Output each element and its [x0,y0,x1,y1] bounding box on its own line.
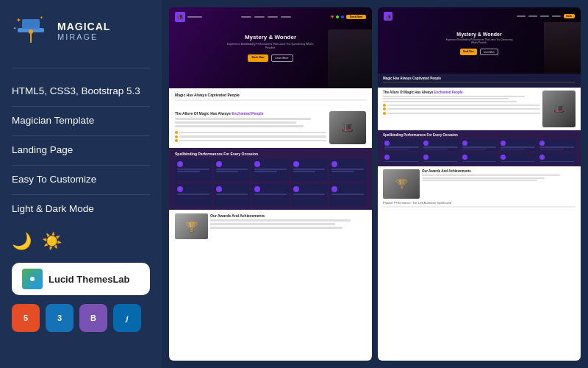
mock-card-4 [291,159,328,181]
lucid-badge[interactable]: Lucid ThemesLab [12,263,150,295]
logo-section: ✦ ✦ ✦ MAGICAL MIRAGE [12,12,150,50]
mock-card-line-5a [331,169,364,170]
bootstrap-badge: B [79,304,107,332]
mock-card-line-4a [293,169,326,170]
mock-spell-dark-card-8 [461,153,498,163]
mock-spell-cards-row2 [175,184,366,206]
mock-book-btn-2[interactable]: Book Now [460,49,477,55]
mock-allure-dark: The Allure Of Magic Has Always Enchanted… [378,88,581,130]
mock-spell-dark-card-6 [383,153,420,163]
mock-card-icon-9 [293,186,299,192]
mock-allure-image: 🎩 [329,111,366,144]
mock-card-7 [214,184,251,206]
mock-hero-2: 🎩 Book Mystery & Wonder Experience Breat… [378,7,581,74]
feature-list: HTML5, CSS3, Bootstrap 5.3 Magician Temp… [12,77,150,223]
mode-icons: 🌙 ☀️ [12,223,150,263]
feature-item-mode: Light & Dark Mode [12,195,150,224]
mock-card-icon-4 [293,161,299,167]
mock-section-title-spell-1: Spellbinding Performances For Every Occa… [175,152,366,156]
mock-learn-btn-1[interactable]: Learn More [271,54,293,62]
mock-allure-dark-image: 🎩 [542,91,576,127]
light-mode-icon[interactable]: ☀️ [42,232,62,251]
mock-section-allure-1: The Allure Of Magic Has Always Enchanted… [169,107,372,148]
mock-award-img-1: 🏆 [175,213,208,239]
mock-allure-grid: The Allure Of Magic Has Always Enchanted… [175,111,366,144]
dark-mode-icon[interactable]: 🌙 [12,232,32,251]
mock-title-cap-dark: Magic Has Always Captivated People [383,77,576,80]
mock-awards-section-1: 🏆 Our Awards And Achievements [169,210,372,361]
mock-awards-grid: 🏆 Our Awards And Achievements [175,213,366,239]
mock-card-line-9 [293,194,326,195]
feature-item-customize: Easy To Customize [12,166,150,195]
mock-card-line-4b [293,171,316,172]
feature-item-template: Magician Template [12,107,150,136]
mock-book-btn-1[interactable]: Book Now [248,54,268,62]
left-panel: ✦ ✦ ✦ MAGICAL MIRAGE HTML5, CSS3, Bootst… [0,0,162,368]
mock-hero-btns-1: Book Now Learn More [226,54,315,62]
mock-card-5 [329,159,366,181]
mock-section-spellbinding-1: Spellbinding Performances For Every Occa… [169,148,372,210]
mock-card-line-6 [177,194,209,195]
logo-text: MAGICAL MIRAGE [57,21,110,41]
mock-card-line-1a [177,169,209,170]
svg-rect-1 [22,19,40,29]
preview-col-1: 🎩 "> Book Now Mystery & [169,7,372,361]
mock-hero-title-2: Mystery & Wonder [442,32,516,37]
feature-item-html: HTML5, CSS3, Bootstrap 5.3 [12,77,150,107]
mock-bullet-2 [175,135,326,138]
mock-popular-label: Popular Performance: The Left Audience S… [383,201,576,205]
logo-name: MAGICAL [57,21,110,32]
svg-text:✦: ✦ [13,26,16,30]
mock-allure-dark-grid: The Allure Of Magic Has Always Enchanted… [383,91,576,127]
right-panel: 🎩 "> Book Now Mystery & [162,0,588,368]
bootstrap-label: B [90,314,96,322]
mock-card-line-2b [216,171,239,172]
mock-spell-dark-title: Spellbinding Performances For Every Occa… [383,133,576,137]
mock-section-title-captivated-1: Magic Has Always Captivated People [175,93,366,97]
mock-card-icon-5 [331,161,337,167]
mock-award-dark-img: 🏆 [383,169,420,199]
jquery-badge: j [113,304,141,332]
mock-spell-dark-card-5 [538,139,576,152]
css3-label: 3 [57,314,62,322]
svg-text:✦: ✦ [40,15,43,20]
mock-spell-dark-card-9 [499,153,537,163]
mock-hero-content-1: Mystery & Wonder Experience Breathtaking… [226,34,315,62]
mock-card-10 [329,184,366,206]
mock-hero-content-2: Mystery & Wonder Experience Breathtaking… [442,32,516,56]
mock-award-dark-text: Our Awards And Achievements [422,169,576,199]
mock-spell-dark: Spellbinding Performances For Every Occa… [378,130,581,167]
mock-awards-dark-grid: 🏆 Our Awards And Achievements [383,169,576,199]
mock-card-3 [252,159,289,181]
preview-col-2: 🎩 Book Mystery & Wonder Experience Breat… [378,7,581,361]
mock-card-1 [175,159,212,181]
mock-card-line-3b [254,171,277,172]
mock-card-icon-2 [216,161,222,167]
mock-learn-btn-2[interactable]: Learn More [480,49,498,55]
mock-card-icon-10 [331,186,337,192]
mock-card-line-3a [254,169,287,170]
mock-card-line-2a [216,169,248,170]
tech-badges: 5 3 B j [12,304,150,332]
mock-hero-nav-1: 🎩 "> Book Now [169,12,372,22]
mock-hero-sub-2: Experience Breathtaking Performances Tha… [442,39,516,45]
mock-card-8 [252,184,289,206]
jquery-label: j [126,314,128,322]
mock-awards-dark: 🏆 Our Awards And Achievements Popular Pe… [378,166,581,361]
mock-section-cap-dark: Magic Has Always Captivated People [378,74,581,88]
mock-allure-dark-text: The Allure Of Magic Has Always Enchanted… [383,91,540,127]
mock-bullet-1 [175,131,326,134]
mock-hero-1: 🎩 "> Book Now Mystery & [169,7,372,88]
mock-card-6 [175,184,212,206]
mock-hero-sub-1: Experience Breathtaking Performances Tha… [226,43,315,50]
html5-label: 5 [24,314,28,322]
logo-icon: ✦ ✦ ✦ [12,12,50,50]
logo-sub: MIRAGE [57,32,110,41]
html5-badge: 5 [12,304,40,332]
mock-spell-dark-card-7 [422,153,459,163]
mock-hero-title-1: Mystery & Wonder [226,34,315,40]
feature-item-landing: Landing Page [12,136,150,166]
lucid-badge-icon [22,269,43,289]
mock-card-9 [291,184,328,206]
mock-card-line-7 [216,194,248,195]
